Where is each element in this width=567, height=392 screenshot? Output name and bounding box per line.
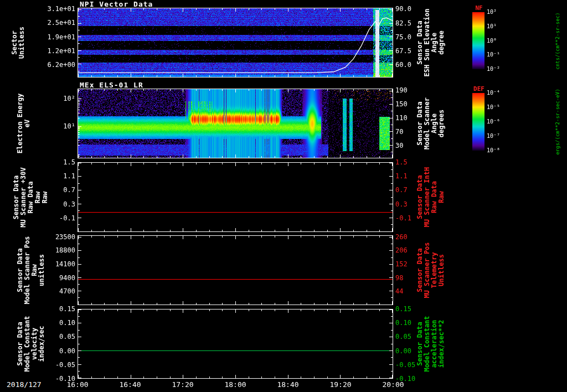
y-tick-right — [389, 37, 393, 37]
x-tick — [301, 75, 301, 77]
x-tick — [353, 156, 354, 158]
left-axis-title-3: Sensor Data Model Scanner Pos Raw unitle… — [17, 235, 45, 305]
y-tick-left — [78, 126, 81, 127]
y-minortick-left — [78, 357, 80, 358]
x-tick — [327, 236, 328, 238]
x-tick — [131, 236, 131, 239]
x-tick — [301, 8, 301, 10]
colorbar-tick-label: 10¹ — [487, 23, 497, 30]
x-tick — [249, 75, 249, 77]
x-tick — [78, 228, 79, 231]
y-tick-left — [78, 204, 81, 204]
x-tick — [91, 230, 92, 231]
x-tick — [379, 236, 380, 238]
x-tick — [249, 230, 249, 231]
y-minortick-left — [78, 297, 80, 298]
y-minortick-left — [78, 224, 80, 225]
data-line-model-constant-velocity — [78, 350, 393, 351]
x-tick — [314, 89, 315, 91]
y-tick-left — [78, 277, 81, 278]
y-minortick-right — [391, 284, 393, 285]
x-tick — [117, 310, 118, 311]
panel-frame-0 — [78, 8, 393, 78]
x-tick — [143, 8, 144, 10]
x-tick — [301, 156, 301, 158]
y-minortick-left — [78, 105, 80, 105]
left-axis-title-2: Sensor Data MU Scanner +30V Raw Data Raw… — [12, 162, 48, 232]
x-tick — [261, 236, 262, 238]
x-tick — [275, 163, 275, 164]
spectrogram-canvas-1 — [78, 89, 393, 158]
y-minortick-left — [78, 100, 80, 101]
x-tick — [131, 301, 131, 305]
colorbar-tick-label: 10⁻⁶ — [487, 118, 500, 125]
x-tick — [367, 230, 367, 231]
x-tick — [340, 8, 341, 12]
y-minortick-left — [78, 197, 80, 198]
y-tick-right — [389, 131, 393, 132]
y-minortick-left — [78, 145, 80, 146]
x-tick — [91, 303, 92, 305]
x-tick — [131, 375, 131, 378]
x-tick — [157, 236, 157, 238]
x-tick — [209, 75, 210, 77]
y-minortick-right — [391, 152, 393, 152]
x-tick — [340, 310, 341, 313]
y-minortick-right — [391, 197, 393, 198]
x-tick — [91, 8, 92, 10]
y-minortick-left — [78, 284, 80, 285]
x-tick — [235, 236, 236, 239]
x-tick — [157, 376, 157, 378]
x-tick — [78, 163, 79, 166]
colorbar-tick-label: 10² — [487, 9, 497, 16]
x-tick — [183, 375, 183, 378]
x-tick — [209, 156, 210, 158]
x-tick — [235, 8, 236, 12]
x-tick — [104, 75, 105, 77]
x-tick — [275, 8, 275, 10]
x-tick — [301, 310, 301, 311]
x-tick — [170, 303, 171, 305]
y-minortick-left — [78, 71, 80, 71]
x-tick — [314, 163, 315, 164]
y-tick-right — [389, 145, 393, 146]
x-tick — [392, 228, 393, 231]
x-tick — [143, 376, 144, 378]
y-minortick-right — [391, 58, 393, 58]
y-tick-left — [78, 99, 81, 99]
right-axis-title-3: Sensor Data MU Scanner Pos Telemetry Uni… — [416, 235, 445, 305]
x-tick — [288, 163, 288, 166]
x-tick — [183, 163, 183, 166]
y-tick-right — [389, 277, 393, 278]
x-tick — [327, 376, 328, 378]
right-axis-title-4: Sensor Data Model Constant acceleration … — [416, 309, 445, 379]
x-tick-label-2: 17:20 — [161, 380, 205, 389]
x-tick — [196, 376, 197, 378]
y-minortick-left — [78, 130, 80, 131]
x-tick — [143, 75, 144, 77]
x-tick — [78, 8, 79, 12]
x-tick — [392, 8, 393, 12]
x-tick — [157, 75, 157, 77]
x-tick — [235, 301, 236, 305]
x-tick — [170, 376, 171, 378]
y-tick-right — [389, 176, 393, 177]
x-tick — [104, 310, 105, 311]
x-tick — [314, 230, 315, 231]
colorbar-tick-label: 10⁻⁸ — [487, 147, 500, 154]
x-tick — [91, 163, 92, 164]
x-tick — [117, 89, 118, 91]
x-tick — [209, 310, 210, 311]
x-tick — [288, 8, 288, 12]
x-tick — [143, 236, 144, 238]
y-minortick-left — [78, 113, 80, 114]
y-tick-right — [389, 218, 393, 218]
x-tick — [104, 376, 105, 378]
left-axis-title-0: Sector Unitless — [11, 8, 25, 78]
x-tick — [379, 156, 380, 158]
x-tick — [143, 230, 144, 231]
x-tick — [131, 154, 131, 158]
x-tick — [261, 75, 262, 77]
x-tick — [249, 236, 249, 238]
x-tick — [379, 75, 380, 77]
